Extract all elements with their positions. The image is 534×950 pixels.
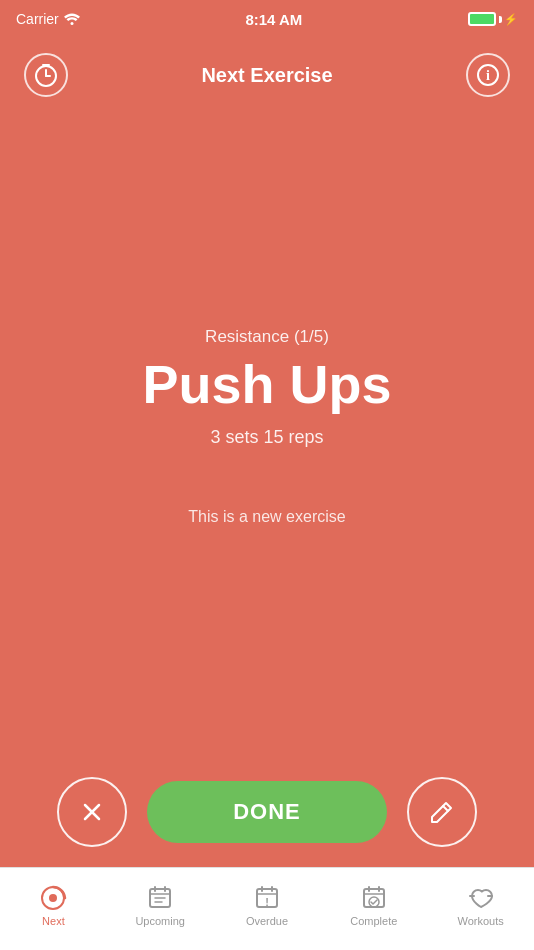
header-title: Next Exercise bbox=[201, 64, 332, 87]
tab-complete[interactable]: Complete bbox=[320, 868, 427, 950]
status-bar: Carrier 8:14 AM ⚡ bbox=[0, 0, 534, 36]
tab-upcoming[interactable]: Upcoming bbox=[107, 868, 214, 950]
carrier-label: Carrier bbox=[16, 11, 80, 27]
pencil-icon bbox=[430, 800, 454, 824]
overdue-tab-icon: ! bbox=[252, 884, 282, 912]
exercise-details: 3 sets 15 reps bbox=[210, 427, 323, 448]
upcoming-icon bbox=[147, 885, 173, 911]
next-tab-label: Next bbox=[42, 915, 65, 927]
tab-bar: Next Upcoming ! Overdue bbox=[0, 867, 534, 950]
tab-workouts[interactable]: Workouts bbox=[427, 868, 534, 950]
battery-tip bbox=[499, 16, 502, 23]
status-time: 8:14 AM bbox=[245, 11, 302, 28]
tab-overdue[interactable]: ! Overdue bbox=[214, 868, 321, 950]
upcoming-tab-icon bbox=[145, 884, 175, 912]
battery-indicator: ⚡ bbox=[468, 12, 518, 26]
info-button[interactable]: i bbox=[466, 53, 510, 97]
complete-icon bbox=[361, 885, 387, 911]
dismiss-button[interactable] bbox=[57, 777, 127, 847]
complete-tab-icon bbox=[359, 884, 389, 912]
complete-tab-label: Complete bbox=[350, 915, 397, 927]
overdue-icon: ! bbox=[254, 885, 280, 911]
wifi-icon bbox=[64, 13, 80, 25]
timer-button[interactable] bbox=[24, 53, 68, 97]
timer-icon bbox=[33, 62, 59, 88]
new-exercise-note: This is a new exercise bbox=[188, 508, 345, 526]
info-icon: i bbox=[475, 62, 501, 88]
exercise-name: Push Ups bbox=[142, 355, 391, 414]
action-buttons: DONE bbox=[0, 747, 534, 867]
tab-next[interactable]: Next bbox=[0, 868, 107, 950]
svg-text:!: ! bbox=[265, 896, 269, 908]
upcoming-tab-label: Upcoming bbox=[135, 915, 185, 927]
next-tab-icon bbox=[38, 884, 68, 912]
battery-bolt: ⚡ bbox=[504, 13, 518, 26]
main-content: Resistance (1/5) Push Ups 3 sets 15 reps… bbox=[0, 106, 534, 747]
edit-button[interactable] bbox=[407, 777, 477, 847]
workouts-tab-icon bbox=[466, 884, 496, 912]
header: Next Exercise i bbox=[0, 36, 534, 106]
battery-body bbox=[468, 12, 496, 26]
svg-point-0 bbox=[70, 22, 73, 25]
overdue-tab-label: Overdue bbox=[246, 915, 288, 927]
x-icon bbox=[79, 799, 105, 825]
svg-point-11 bbox=[49, 894, 57, 902]
exercise-category: Resistance (1/5) bbox=[205, 327, 329, 347]
done-button[interactable]: DONE bbox=[147, 781, 387, 843]
svg-line-9 bbox=[443, 806, 448, 811]
workouts-icon bbox=[468, 885, 494, 911]
next-icon bbox=[39, 885, 67, 911]
svg-text:i: i bbox=[486, 68, 490, 83]
workouts-tab-label: Workouts bbox=[457, 915, 503, 927]
svg-rect-23 bbox=[364, 889, 384, 907]
